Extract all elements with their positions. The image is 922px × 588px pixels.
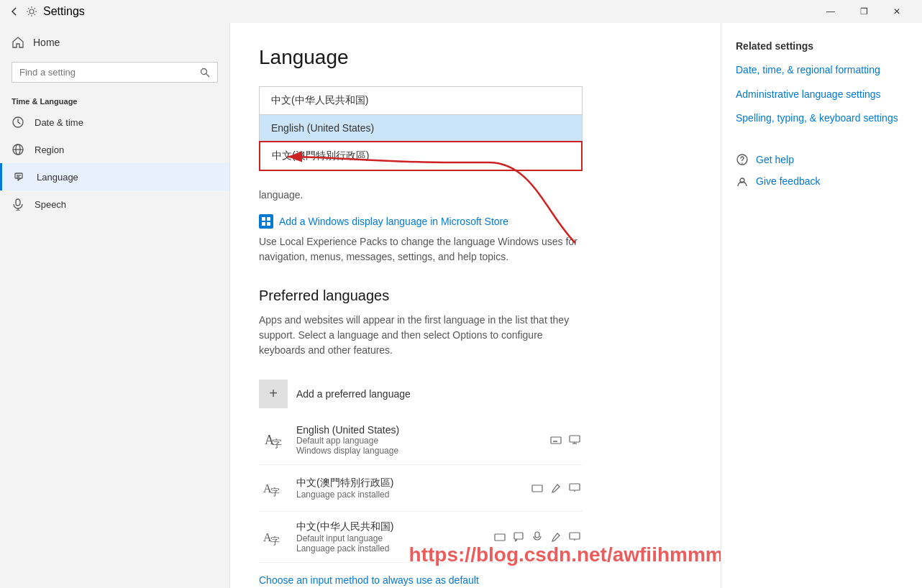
english-lang-info: English (United States) Default app lang… xyxy=(296,424,539,456)
macao-lang-actions xyxy=(529,480,583,496)
search-box[interactable] xyxy=(12,62,218,83)
pencil-icon-macao[interactable] xyxy=(548,480,564,496)
english-lang-actions xyxy=(548,432,583,448)
svg-rect-39 xyxy=(570,533,580,539)
monitor-icon-macao[interactable] xyxy=(567,480,583,496)
related-link-date-time[interactable]: Date, time, & regional formatting xyxy=(736,63,908,78)
related-settings-title: Related settings xyxy=(736,40,908,52)
sidebar: Home Time & Language Date & time Regio xyxy=(0,23,230,588)
english-lang-icon: A 字 xyxy=(259,426,288,454)
macao-lang-name: 中文(澳門特別行政區) xyxy=(296,477,521,490)
give-feedback-icon xyxy=(736,175,749,188)
macao-lang-desc1: Language pack installed xyxy=(296,490,521,500)
page-title: Language xyxy=(259,46,692,69)
related-link-admin-language[interactable]: Administrative language settings xyxy=(736,88,908,102)
svg-point-1 xyxy=(201,68,207,74)
speech-label: Speech xyxy=(35,199,66,210)
english-lang-desc1: Default app language xyxy=(296,436,539,446)
dropdown-option-english-us[interactable]: English (United States) xyxy=(259,114,583,141)
main-content: Language 中文(中华人民共和国) English (United Sta… xyxy=(230,23,721,588)
title-bar-title: Settings xyxy=(43,5,85,18)
back-icon[interactable] xyxy=(9,6,20,17)
sidebar-item-date-time[interactable]: Date & time xyxy=(0,109,229,136)
svg-rect-36 xyxy=(495,534,505,541)
svg-rect-16 xyxy=(267,217,270,221)
minimize-button[interactable]: — xyxy=(814,0,847,23)
svg-rect-21 xyxy=(551,437,561,444)
display-language-dropdown[interactable]: 中文(中华人民共和国) English (United States) 中文(澳… xyxy=(259,86,583,171)
svg-rect-38 xyxy=(535,532,539,538)
add-language-text: Add a Windows display language in Micros… xyxy=(279,216,508,227)
settings-window-icon xyxy=(26,6,37,17)
preferred-languages-desc: Apps and websites will appear in the fir… xyxy=(259,313,583,358)
mic-icon-prc[interactable] xyxy=(529,529,545,545)
svg-point-0 xyxy=(29,9,34,14)
prc-lang-info: 中文(中华人民共和国) Default input language Langu… xyxy=(296,520,483,553)
related-link-spelling[interactable]: Spelling, typing, & keyboard settings xyxy=(736,111,908,126)
search-input[interactable] xyxy=(19,67,194,78)
choose-input-link[interactable]: Choose an input method to always use as … xyxy=(259,574,692,586)
get-help-text: Get help xyxy=(756,154,794,165)
svg-rect-17 xyxy=(262,222,265,226)
svg-rect-15 xyxy=(262,217,265,221)
prc-lang-desc2: Language pack installed xyxy=(296,543,483,553)
right-panel: Related settings Date, time, & regional … xyxy=(721,23,922,588)
macao-lang-info: 中文(澳門特別行政區) Language pack installed xyxy=(296,477,521,500)
windows-display-text: language. xyxy=(259,188,692,203)
add-windows-language-link[interactable]: Add a Windows display language in Micros… xyxy=(259,214,692,229)
dropdown-option-chinese-prc[interactable]: 中文(中华人民共和国) xyxy=(259,86,583,114)
english-lang-desc2: Windows display language xyxy=(296,446,539,456)
close-button[interactable]: ✕ xyxy=(880,0,913,23)
give-feedback-text: Give feedback xyxy=(756,175,821,187)
prc-lang-desc1: Default input language xyxy=(296,533,483,543)
svg-text:字: 字 xyxy=(270,536,280,546)
svg-rect-31 xyxy=(532,485,542,492)
add-preferred-language-button[interactable]: + Add a preferred language xyxy=(259,372,411,415)
store-icon xyxy=(259,214,273,229)
date-time-label: Date & time xyxy=(35,117,83,128)
monitor-icon-eng[interactable] xyxy=(567,432,583,448)
prc-lang-icon: A 字 xyxy=(259,523,288,551)
sidebar-section-title: Time & Language xyxy=(0,88,229,109)
macao-lang-icon: A 字 xyxy=(259,474,288,502)
keyboard-icon[interactable] xyxy=(548,432,564,448)
svg-line-2 xyxy=(206,73,210,77)
navigation-description: Use Local Experience Packs to change the… xyxy=(259,234,583,265)
home-icon xyxy=(12,36,24,49)
svg-rect-18 xyxy=(267,222,270,226)
svg-rect-26 xyxy=(570,436,580,442)
search-icon xyxy=(200,68,210,78)
svg-rect-10 xyxy=(16,199,20,206)
language-icon xyxy=(14,170,27,183)
get-help-icon xyxy=(736,153,749,166)
sidebar-item-language[interactable]: Language xyxy=(0,163,229,190)
svg-text:字: 字 xyxy=(270,487,280,497)
svg-point-42 xyxy=(741,162,743,164)
restore-button[interactable]: ❐ xyxy=(847,0,880,23)
date-time-icon xyxy=(12,116,24,129)
get-help-item[interactable]: Get help xyxy=(736,153,908,166)
monitor-icon-prc[interactable] xyxy=(567,529,583,545)
english-lang-name: English (United States) xyxy=(296,424,539,436)
pencil-icon-prc[interactable] xyxy=(548,529,564,545)
chat-icon-prc[interactable] xyxy=(511,529,526,545)
speech-icon xyxy=(12,198,24,211)
keyboard-icon-macao[interactable] xyxy=(529,480,545,496)
title-bar: Settings — ❐ ✕ xyxy=(0,0,922,23)
give-feedback-item[interactable]: Give feedback xyxy=(736,175,908,188)
sidebar-item-region[interactable]: Region xyxy=(0,136,229,163)
keyboard-icon-prc[interactable] xyxy=(492,529,508,545)
language-item-english[interactable]: A 字 English (United States) Default app … xyxy=(259,415,583,465)
choose-input-text: Choose an input method to always use as … xyxy=(259,574,479,586)
svg-rect-32 xyxy=(570,484,580,490)
preferred-languages-title: Preferred languages xyxy=(259,288,692,304)
dropdown-option-chinese-macao[interactable]: 中文(澳門特別行政區) xyxy=(259,141,583,171)
language-item-prc[interactable]: A 字 中文(中华人民共和国) Default input language L… xyxy=(259,512,583,563)
language-label: Language xyxy=(37,172,78,183)
add-icon: + xyxy=(259,380,288,408)
prc-lang-name: 中文(中华人民共和国) xyxy=(296,520,483,533)
sidebar-item-speech[interactable]: Speech xyxy=(0,190,229,218)
language-item-macao[interactable]: A 字 中文(澳門特別行政區) Language pack installed xyxy=(259,465,583,512)
home-nav-item[interactable]: Home xyxy=(0,29,229,56)
home-label: Home xyxy=(33,37,60,48)
